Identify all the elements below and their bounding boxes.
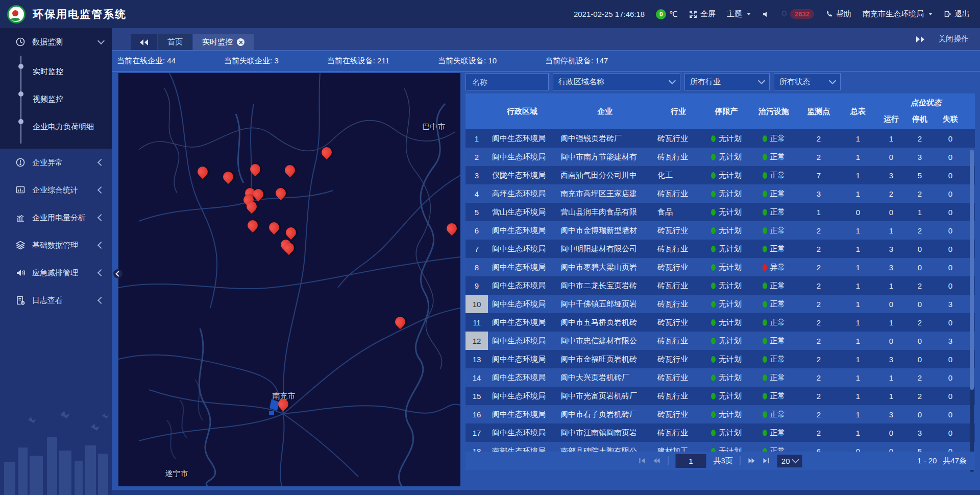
first-page-button[interactable] [638,457,645,464]
table-row[interactable]: 7阆中生态环境局阆中明阳建材有限公司砖瓦行业无计划正常21300 [465,240,975,258]
sound-mute-button[interactable] [762,11,769,18]
table-row[interactable]: 8阆中生态环境局阆中市枣碧大梁山页岩砖瓦行业无计划异常21300 [465,258,975,276]
sidebar-item[interactable]: 基础数据管理 [0,231,112,259]
region-select[interactable]: 行政区域名称 [553,73,680,90]
status-dot-icon [763,209,767,216]
name-search-input[interactable] [471,77,543,87]
table-row[interactable]: 18南部生态环境局南部县碑院土陶有限公建材加工无计划正常60050 [465,442,975,452]
table-row[interactable]: 13阆中生态环境局阆中市金福旺页岩机砖砖瓦行业无计划正常21300 [465,350,975,368]
col-index [465,93,488,129]
col-group-point-status: 点位状态 [877,93,975,109]
table-row[interactable]: 12阆中生态环境局阆中市忠信建材有限公砖瓦行业无计划正常21003 [465,332,975,350]
cell-stop-status: 无计划 [703,184,749,203]
cell-region: 阆中生态环境局 [488,129,556,148]
sidebar-subitem[interactable]: 视频监控 [21,85,112,113]
cell-monitor-count: 2 [798,368,839,387]
table-row[interactable]: 9阆中生态环境局阆中市二龙长宝页岩砖砖瓦行业无计划正常21120 [465,276,975,295]
table-row[interactable]: 15阆中生态环境局阆中市光富页岩机砖厂砖瓦行业无计划正常21120 [465,387,975,405]
sidebar-collapse-button[interactable] [113,269,122,278]
sidebar-item[interactable]: 企业异常 [0,149,112,176]
sidebar-item[interactable]: 企业综合统计 [0,176,112,204]
cell-run-count: 1 [877,129,905,148]
table-header: 行政区域 企业 行业 停限产 治污设施 监测点 总表 点位状态 运行 停机 失联 [465,93,975,129]
page-number-input[interactable] [675,454,706,468]
status-dot-icon [763,374,767,381]
cell-company: 西南油气田分公司川中 [556,166,653,184]
tab-realtime-monitor[interactable]: 实时监控 [193,34,254,50]
cell-company: 阆中市金福旺页岩机砖 [556,350,653,368]
cell-stop-status: 无计划 [703,221,749,240]
table-row[interactable]: 5营山生态环境局营山县润丰肉食品有限食品无计划正常10010 [465,203,975,221]
sidebar-subitem[interactable]: 实时监控 [21,58,112,85]
cell-stop-status: 无计划 [703,203,749,221]
tabs-scroll-right-button[interactable] [916,36,925,42]
logout-button[interactable]: 退出 [944,9,970,19]
cell-region: 阆中生态环境局 [488,368,556,387]
facility-status-label: 正常 [770,355,786,364]
tab-home-label: 首页 [167,37,183,47]
cell-company: 阆中市金博瑞新型墙材 [556,221,653,240]
table-row[interactable]: 14阆中生态环境局阆中大兴页岩机砖厂砖瓦行业无计划正常21120 [465,368,975,387]
status-dot-icon [711,356,716,363]
next-page-button[interactable] [748,457,756,464]
table-row[interactable]: 1阆中生态环境局阆中强锐页岩砖厂砖瓦行业无计划正常21120 [465,129,975,148]
horn-icon [15,268,26,278]
sidebar-subitem[interactable]: 企业电力负荷明细 [21,113,112,140]
facility-status-label: 正常 [770,446,786,452]
scrollbar-thumb[interactable] [970,150,974,390]
notification-widget[interactable]: 2632 [780,9,814,19]
org-dropdown[interactable]: 南充市生态环境局 [863,9,933,19]
stop-status-label: 无计划 [719,171,742,180]
tab-close-icon[interactable] [237,38,244,46]
table-row[interactable]: 10阆中生态环境局阆中千佛镇五郎垭页岩砖瓦行业无计划正常21003 [465,295,975,313]
menu-section: 数据监测实时监控视频监控企业电力负荷明细 [0,28,112,149]
col-monitor: 监测点 [798,93,839,129]
industry-select[interactable]: 所有行业 [684,73,770,90]
row-index: 3 [465,166,488,184]
prev-page-button[interactable] [652,457,660,464]
row-index: 12 [465,332,488,350]
close-operations-button[interactable]: 关闭操作 [938,34,969,44]
cell-lost-count: 0 [934,368,975,387]
table-row[interactable]: 2阆中生态环境局阆中市南方节能建材有砖瓦行业无计划正常21030 [465,148,975,166]
sidebar-item[interactable]: 日志查看 [0,287,112,314]
table-row[interactable]: 3仪陇生态环境局西南油气田分公司川中化工无计划正常71350 [465,166,975,184]
datetime-text: 2021-02-25 17:46:18 [574,10,645,18]
theme-dropdown[interactable]: 主题 [727,9,751,19]
fullscreen-button[interactable]: 全屏 [689,9,716,19]
page-size-value: 20 [781,457,790,465]
sidebar-item[interactable]: 数据监测 [0,28,112,56]
row-index: 2 [465,148,488,166]
chevron-down-icon [829,77,836,84]
sidebar-item[interactable]: 应急减排管理 [0,259,112,287]
cell-total-meter: 1 [839,332,877,350]
cell-run-count: 1 [877,221,905,240]
tab-home[interactable]: 首页 [158,34,192,50]
cell-halt-count: 3 [905,423,934,442]
page-size-select[interactable]: 20 [777,455,802,467]
status-select[interactable]: 所有状态 [774,73,841,90]
table-row[interactable]: 16阆中生态环境局阆中市石子页岩机砖厂砖瓦行业无计划正常21300 [465,405,975,423]
log-icon [15,295,26,305]
sidebar-subitem-label: 实时监控 [33,67,63,77]
sidebar-item[interactable]: 企业用电量分析 [0,204,112,231]
table-row[interactable]: 17阆中生态环境局阆中市江南镇阆南页岩砖瓦行业无计划正常21030 [465,423,975,442]
facility-status-label: 正常 [770,226,786,235]
table-scrollbar[interactable] [970,150,974,472]
submenu: 实时监控视频监控企业电力负荷明细 [20,56,112,144]
table-row[interactable]: 4高坪生态环境局南充市高坪区王家店建砖瓦行业无计划正常31220 [465,184,975,203]
cell-halt-count: 2 [905,387,934,405]
table-row[interactable]: 11阆中生态环境局阆中市五马桥页岩机砖砖瓦行业无计划正常21120 [465,313,975,332]
stat-value: 10 [488,56,497,65]
table-row[interactable]: 6阆中生态环境局阆中市金博瑞新型墙材砖瓦行业无计划正常21120 [465,221,975,240]
cell-total-meter: 1 [839,313,877,332]
cell-industry: 砖瓦行业 [653,221,703,240]
tabs-scroll-left-button[interactable] [131,34,157,50]
cell-run-count: 0 [877,332,905,350]
cell-monitor-count: 2 [798,295,839,313]
map-view[interactable]: 巴中市南充市遂宁市 [118,73,460,486]
help-button[interactable]: 帮助 [825,9,851,19]
cell-halt-count: 0 [905,258,934,276]
last-page-button[interactable] [763,457,770,464]
name-search-input-box [465,73,549,90]
